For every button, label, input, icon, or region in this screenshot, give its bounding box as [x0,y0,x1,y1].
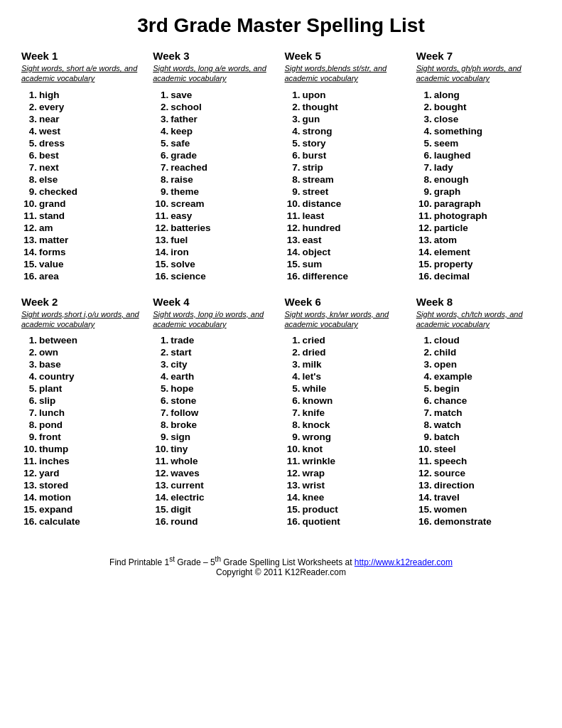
list-item: 4.example [416,371,541,382]
list-item: 14.motion [21,492,146,503]
week2-title: Week 2 [21,296,146,308]
word-text: property [434,259,473,269]
word-text: earth [171,371,194,382]
list-item: 2.bought [416,102,541,112]
list-item: 11.speech [416,456,541,466]
week2-subtitle: Sight words,short i,o/u words, and acade… [21,309,146,330]
word-number: 3. [285,359,301,370]
week5-section: Week 5Sight words,blends st/str, and aca… [285,50,409,283]
word-number: 9. [285,186,301,197]
footer-link[interactable]: http://www.k12reader.com [355,557,453,567]
word-text: calculate [39,516,80,527]
word-number: 1. [21,90,37,100]
word-text: matter [39,235,68,245]
word-text: wrist [303,480,325,491]
word-number: 15. [153,259,168,269]
word-text: inches [39,456,70,466]
word-text: scream [171,198,204,209]
list-item: 16.demonstrate [416,516,541,527]
list-item: 12.yard [21,468,146,478]
week4-subtitle: Sight words, long i/o words, and academi… [153,309,277,330]
word-text: west [39,126,60,136]
list-item: 8.else [21,174,146,185]
word-text: stand [39,210,65,221]
word-number: 16. [21,271,37,282]
word-text: gun [303,114,320,124]
week7-subtitle: Sight words, gh/ph words, and academic v… [416,63,541,84]
word-number: 12. [285,468,301,478]
list-item: 14.forms [21,247,146,257]
list-item: 4.something [416,126,541,136]
word-text: cloud [434,335,460,346]
list-item: 11.whole [153,456,277,466]
word-text: whole [171,456,198,466]
word-text: knot [303,444,323,454]
word-text: child [434,347,457,358]
word-text: upon [303,90,326,100]
list-item: 1.cloud [416,335,541,346]
word-number: 8. [21,419,37,430]
word-number: 10. [153,444,168,454]
list-item: 6.stone [153,395,277,406]
list-item: 1.upon [285,90,409,100]
word-text: east [303,235,322,245]
list-item: 6.laughed [416,150,541,161]
word-number: 13. [416,235,432,245]
word-number: 4. [21,126,37,136]
list-item: 13.stored [21,480,146,491]
list-item: 14.object [285,247,409,257]
word-number: 6. [285,395,301,406]
list-item: 5.safe [153,138,277,149]
list-item: 6.known [285,395,409,406]
word-number: 9. [153,186,168,197]
word-text: broke [171,419,197,430]
list-item: 6.grade [153,150,277,161]
list-item: 8.watch [416,419,541,430]
word-number: 2. [285,102,301,112]
word-text: iron [171,247,189,257]
list-item: 12.wrap [285,468,409,478]
word-number: 10. [21,198,37,209]
week8-title: Week 8 [416,296,541,308]
week1-word-list: 1.high2.every3.near4.west5.dress6.best7.… [21,90,146,282]
word-text: atom [434,235,457,245]
word-text: watch [434,419,461,430]
word-number: 12. [416,468,432,478]
word-text: batch [434,432,460,442]
word-text: solve [171,259,195,269]
list-item: 3.close [416,114,541,124]
word-text: source [434,468,465,478]
list-item: 3.milk [285,359,409,370]
list-item: 2.own [21,347,146,358]
word-text: follow [171,407,198,418]
list-item: 6.best [21,150,146,161]
word-text: example [434,371,472,382]
word-number: 11. [416,210,432,221]
list-item: 15.women [416,504,541,515]
word-text: stored [39,480,68,491]
week6-section: Week 6Sight words, kn/wr words, and acad… [285,296,409,529]
word-text: steel [434,444,456,454]
week3-section: Week 3Sight words, long a/e words, and a… [153,50,277,283]
word-number: 2. [416,102,432,112]
word-number: 13. [416,480,432,491]
word-text: hundred [303,223,341,233]
week8-section: Week 8Sight words, ch/tch words, and aca… [416,296,541,529]
word-number: 15. [416,504,432,515]
word-number: 5. [285,383,301,394]
list-item: 3.father [153,114,277,124]
list-item: 16.difference [285,271,409,282]
word-text: science [171,271,206,282]
list-item: 2.child [416,347,541,358]
word-text: match [434,407,463,418]
list-item: 7.follow [153,407,277,418]
word-text: decimal [434,271,470,282]
list-item: 9.street [285,186,409,197]
word-text: forms [39,247,66,257]
word-number: 5. [153,138,168,149]
list-item: 5.story [285,138,409,149]
word-text: high [39,90,60,100]
list-item: 2.start [153,347,277,358]
word-number: 16. [153,516,168,527]
list-item: 7.lunch [21,407,146,418]
